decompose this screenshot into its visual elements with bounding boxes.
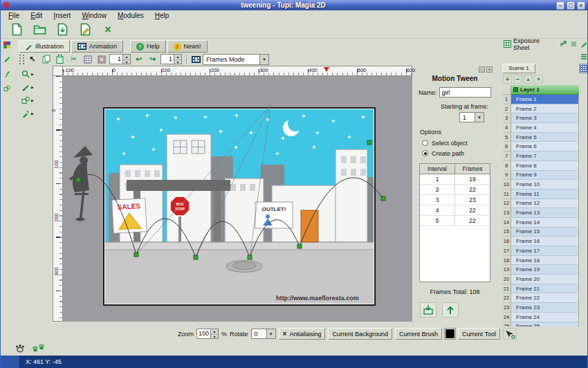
spinner-up-icon[interactable]: ▲ xyxy=(211,329,218,334)
new-project-button[interactable] xyxy=(8,22,25,37)
frame-row[interactable]: 3 Frame 3 xyxy=(502,113,578,123)
paste-button[interactable] xyxy=(54,54,66,65)
frame-cell[interactable]: Frame 12 xyxy=(511,199,578,209)
frame-row[interactable]: 2 Frame 2 xyxy=(502,104,578,114)
frame-row[interactable]: 22 Frame 22 xyxy=(502,293,578,303)
radio-option[interactable]: Create path xyxy=(422,148,494,158)
dock-scenes-button[interactable] xyxy=(579,40,588,50)
reset-tween-button[interactable] xyxy=(442,302,459,318)
safe-area-button[interactable] xyxy=(95,54,107,65)
current-background-button[interactable]: Current Background xyxy=(328,328,392,340)
frame-row[interactable]: 8 Frame 8 xyxy=(502,161,578,171)
frame-cell[interactable]: Frame 6 xyxy=(511,142,578,151)
start-frame-combo[interactable]: 1▼ xyxy=(459,112,484,122)
frame-cell[interactable]: Frame 15 xyxy=(511,228,578,237)
open-project-button[interactable] xyxy=(31,22,48,37)
close-project-button[interactable]: × xyxy=(100,22,116,37)
spinner-down-icon[interactable]: ▼ xyxy=(174,59,181,64)
selection-tool-button[interactable]: ↖ xyxy=(26,54,38,65)
float-panel-button[interactable]: □ xyxy=(479,66,485,73)
zoom-tool-button[interactable]: ▶ xyxy=(21,70,34,78)
toolbar-drag-handle[interactable] xyxy=(19,55,24,64)
dock-objects-button[interactable] xyxy=(2,84,12,93)
canvas-workspace[interactable]: SALES BUS STOP OUTLET! http://www.maeflo… xyxy=(63,76,412,322)
news-button[interactable]: ! News! xyxy=(167,40,208,53)
frame-row[interactable]: 17 Frame 17 xyxy=(502,246,578,256)
frame-cell[interactable]: Frame 14 xyxy=(511,218,578,228)
current-brush-button[interactable]: Current Brush xyxy=(395,328,442,340)
save-as-button[interactable] xyxy=(77,22,93,37)
spinner-down-icon[interactable]: ▼ xyxy=(123,59,130,64)
radio-option[interactable]: Select object xyxy=(422,138,494,148)
titlebar[interactable]: tweening - Tupi: Magia 2D – □ × xyxy=(1,0,587,10)
frame-row[interactable]: 12 Frame 12 xyxy=(502,199,578,209)
frame-cell[interactable]: Frame 2 xyxy=(511,104,578,114)
frame-cell[interactable]: Frame 19 xyxy=(511,265,578,275)
shapes-tool-button[interactable]: ▶ xyxy=(21,96,34,104)
frame-row[interactable]: 14 Frame 14 xyxy=(502,218,578,228)
remove-layer-button[interactable]: − xyxy=(513,75,522,84)
frame-row[interactable]: 9 Frame 9 xyxy=(502,171,578,181)
frame-cell[interactable]: Frame 3 xyxy=(511,113,578,123)
onion-next-spinner[interactable]: 1▲▼ xyxy=(160,54,182,64)
frame-cell[interactable]: Frame 9 xyxy=(511,171,578,181)
frame-row[interactable]: 16 Frame 16 xyxy=(502,237,578,246)
menu-item[interactable]: Edit xyxy=(25,11,48,20)
menu-item[interactable]: Modules xyxy=(112,11,149,20)
frame-cell[interactable]: Frame 21 xyxy=(511,284,578,294)
dock-brush-button[interactable] xyxy=(2,69,12,79)
move-layer-up-button[interactable]: ▲ xyxy=(524,75,533,84)
frame-cell[interactable]: Frame 18 xyxy=(511,256,578,266)
table-row[interactable]: 5 22 xyxy=(420,216,490,226)
apply-tween-button[interactable] xyxy=(420,302,437,318)
add-layer-button[interactable]: + xyxy=(503,75,512,84)
table-row[interactable]: 2 22 xyxy=(420,185,490,195)
frame-row[interactable]: 21 Frame 21 xyxy=(502,284,578,294)
frame-row[interactable]: 19 Frame 19 xyxy=(502,265,578,275)
tab-animation[interactable]: Animation xyxy=(71,40,123,53)
frame-row[interactable]: 24 Frame 24 xyxy=(502,313,578,322)
frame-row[interactable]: 5 Frame 5 xyxy=(502,133,578,142)
frame-cell[interactable]: Frame 4 xyxy=(511,123,578,133)
save-project-button[interactable] xyxy=(54,22,71,37)
frames-mode-combo[interactable]: Frames Mode▼ xyxy=(203,54,269,65)
table-row[interactable]: 1 19 xyxy=(420,174,490,185)
grid-button[interactable] xyxy=(82,54,93,65)
close-button[interactable]: × xyxy=(577,1,585,10)
frame-row[interactable]: 13 Frame 13 xyxy=(502,208,578,218)
frame-cell[interactable]: Frame 20 xyxy=(511,275,578,284)
frame-cell[interactable]: Frame 17 xyxy=(511,246,578,256)
tab-illustration[interactable]: Illustration xyxy=(19,40,70,53)
menu-item[interactable]: Insert xyxy=(48,11,76,20)
copy-button[interactable] xyxy=(40,54,52,65)
dock-pen-button[interactable] xyxy=(2,55,12,64)
frame-cell[interactable]: Frame 11 xyxy=(511,190,578,199)
maximize-button[interactable]: □ xyxy=(567,1,575,10)
tween-name-input[interactable] xyxy=(439,87,491,98)
spinner-up-icon[interactable]: ▲ xyxy=(174,55,181,59)
antialiasing-button[interactable]: ×Antialiasing xyxy=(279,328,326,340)
fill-tool-button[interactable]: ▶ xyxy=(21,109,34,118)
onion-prev-spinner[interactable]: 1▲▼ xyxy=(109,54,131,64)
frame-row[interactable]: 7 Frame 7 xyxy=(502,151,578,161)
rotate-combo[interactable]: 0▼ xyxy=(251,329,276,339)
move-layer-down-button[interactable]: ▼ xyxy=(534,75,543,84)
frame-cell[interactable]: Frame 7 xyxy=(511,151,578,161)
dock-exposure-button[interactable] xyxy=(579,64,588,73)
spinner-up-icon[interactable]: ▲ xyxy=(123,55,130,59)
detach-panel-button[interactable] xyxy=(559,40,567,48)
menu-item[interactable]: Window xyxy=(76,11,112,20)
zoom-spinner[interactable]: 100▲▼ xyxy=(196,329,219,339)
frame-cell[interactable]: Frame 22 xyxy=(511,293,578,303)
frame-row[interactable]: 4 Frame 4 xyxy=(502,123,578,133)
layer-header[interactable]: Layer 1 xyxy=(511,85,579,95)
brush-color-swatch[interactable] xyxy=(445,329,455,339)
current-tool-button[interactable]: Current Tool xyxy=(458,328,500,340)
table-row[interactable]: 3 23 xyxy=(420,195,490,205)
frame-cell[interactable]: Frame 13 xyxy=(511,208,578,218)
frame-cell[interactable]: Frame 24 xyxy=(511,313,578,322)
frame-row[interactable]: 1 Frame 1 xyxy=(502,95,578,104)
frame-cell[interactable]: Frame 5 xyxy=(511,133,578,142)
scene-tab[interactable]: Scene 1 xyxy=(502,64,535,73)
horizontal-ruler[interactable]: -1000100200300400500600 xyxy=(63,66,412,76)
